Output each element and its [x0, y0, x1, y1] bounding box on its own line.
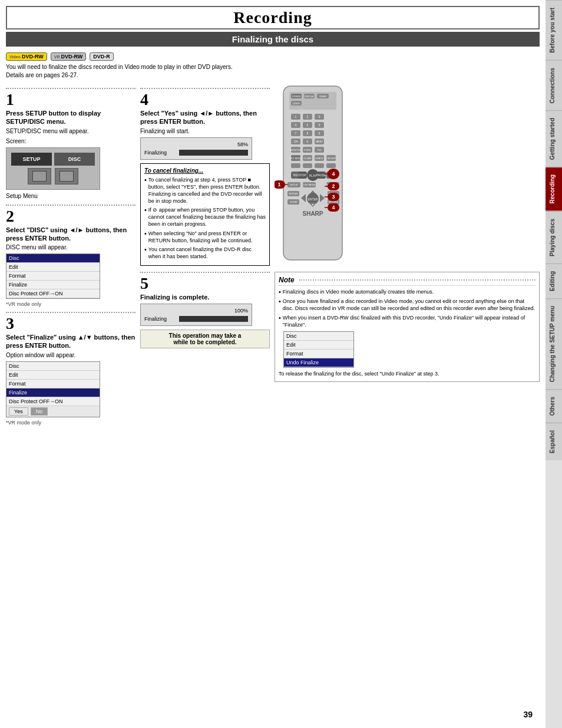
svg-text:CLEAR: CLEAR [303, 157, 311, 160]
step5-number: 5 [140, 275, 270, 292]
undo-text: To release the finalizing for the disc, … [279, 370, 535, 378]
svg-text:POWER: POWER [292, 95, 300, 98]
tab-getting-started[interactable]: Getting started [546, 110, 562, 167]
svg-text:1: 1 [295, 115, 297, 118]
step3-divider [6, 312, 135, 313]
step1-title: Press SETUP button to display SETUP/DISC… [6, 109, 135, 126]
svg-text:2: 2 [332, 183, 335, 189]
cancel-title: To cancel finalizing... [144, 167, 266, 174]
svg-text:PORS: PORS [304, 149, 311, 151]
note-box: Note • Finalizing discs in Video mode au… [275, 272, 540, 382]
cancel-bullet-2: • If ⊘ appear when pressing STOP button,… [144, 206, 266, 228]
svg-text:3: 3 [319, 115, 320, 118]
svg-text:CM SKIP: CM SKIP [326, 157, 336, 160]
step4-title: Select "Yes" using ◄/► buttons, then pre… [140, 109, 270, 126]
svg-text:4: 4 [295, 123, 297, 127]
step3-note: *VR mode only [6, 420, 135, 426]
svg-rect-49 [303, 163, 312, 168]
finalizing-label-5: Finalizing [144, 316, 177, 322]
svg-text:STOP: STOP [298, 173, 306, 177]
step5-title: Finalizing is complete. [140, 293, 270, 301]
step4-desc: Finalizing will start. [140, 127, 270, 135]
section-header: Finalizing the discs [6, 32, 540, 47]
svg-text:SETUP: SETUP [290, 183, 298, 186]
tab-changing-setup[interactable]: Changing the SETUP menu [546, 298, 562, 389]
badge-vr-dvdrw: VR DVD-RW [51, 52, 87, 61]
step3-menu: Disc Edit Format Finalize Disc Protect O… [6, 361, 100, 417]
svg-text:SPACE: SPACE [315, 157, 323, 160]
finalizing-label-4: Finalizing [144, 150, 177, 156]
step5-screen: 100% Finalizing [140, 304, 252, 326]
step4-screen: 58% Finalizing [140, 137, 252, 160]
badge-dvdrw: Video DVD-RW [6, 52, 47, 61]
svg-text:9: 9 [319, 131, 320, 135]
svg-text:▼: ▼ [312, 203, 315, 206]
svg-text:7: 7 [295, 131, 297, 135]
tab-playing-discs[interactable]: Playing discs [546, 211, 562, 263]
cancel-bullet-4: • You cannot cancel finalizing the DVD-R… [144, 246, 266, 260]
svg-text:8: 8 [307, 131, 309, 135]
svg-text:2: 2 [307, 115, 309, 118]
svg-text:DISPLAY: DISPLAY [305, 95, 315, 98]
step5-divider [140, 272, 270, 273]
svg-text:MNO: MNO [316, 140, 323, 143]
svg-text:CH: CH [293, 140, 298, 143]
page-number: 39 [523, 710, 533, 719]
setup-button-icon: SETUP [11, 153, 52, 166]
progress-bar-4 [179, 150, 248, 156]
note-bullet-2: • Once you have finalized a disc recorde… [279, 298, 535, 312]
svg-text:6: 6 [319, 123, 320, 127]
cancel-box: To cancel finalizing... • To cancel fina… [140, 163, 270, 266]
disc-button-icon: DISC [54, 153, 95, 166]
svg-text:MONITOR: MONITOR [290, 149, 302, 151]
tab-espanol[interactable]: Español [546, 423, 562, 460]
step1-screen: SETUP DISC [6, 147, 100, 190]
svg-text:1: 1 [277, 182, 280, 187]
step2-number: 2 [6, 208, 135, 225]
svg-text:0: 0 [307, 140, 309, 143]
note-title: Note [279, 276, 535, 286]
svg-rect-51 [326, 163, 336, 168]
step4-divider [140, 88, 270, 89]
undo-finalize-menu: Disc Edit Format Undo Finalize [283, 331, 354, 368]
step1-desc: SETUP/DISC menu will appear. [6, 127, 135, 135]
tab-before-you-start[interactable]: Before you start [546, 0, 562, 60]
step1-menu-label: Setup Menu [6, 192, 135, 200]
step3-number: 3 [6, 315, 135, 332]
remote-control: POWER DISPLAY TIMER OPEN 1 2 [275, 83, 351, 267]
svg-text:5: 5 [307, 123, 309, 127]
step1-number: 1 [6, 91, 135, 108]
svg-text:TOP MENU: TOP MENU [303, 183, 316, 186]
svg-rect-50 [315, 163, 324, 168]
tab-recording[interactable]: Recording [546, 167, 562, 210]
cancel-bullet-3: • When selecting "No" and press ENTER or… [144, 230, 266, 244]
step1-screen-label: Screen: [6, 137, 135, 145]
svg-text:REPEAT: REPEAT [289, 192, 298, 195]
title-text: Recording [233, 8, 312, 27]
step1-divider [6, 88, 135, 89]
svg-text:TUV: TUV [317, 149, 322, 151]
cancel-bullet-1: • To cancel finalizing at step 4, press … [144, 176, 266, 205]
svg-text:ZOOM: ZOOM [290, 200, 297, 203]
tab-editing[interactable]: Editing [546, 263, 562, 298]
remote-section: POWER DISPLAY TIMER OPEN 1 2 [275, 83, 540, 267]
svg-text:SHARP: SHARP [302, 210, 323, 217]
step2-menu: Disc Edit Format Finalize Disc Protect O… [6, 253, 100, 299]
note-bullet-3: • When you insert a DVD-RW disc finalize… [279, 314, 535, 329]
tab-others[interactable]: Others [546, 389, 562, 423]
badge-dvdr: DVD-R [90, 52, 114, 61]
svg-text:REC MODE: REC MODE [289, 157, 302, 160]
tab-connections[interactable]: Connections [546, 60, 562, 111]
step2-divider [6, 205, 135, 206]
step2-title: Select "DISC" using ◄/► buttons, then pr… [6, 226, 135, 243]
svg-text:4: 4 [332, 205, 335, 210]
svg-rect-48 [291, 163, 300, 168]
step3-title: Select "Finalize" using ▲/▼ buttons, the… [6, 333, 135, 350]
svg-text:OPEN: OPEN [293, 102, 299, 105]
svg-text:ENTER: ENTER [308, 197, 318, 201]
step2-note: *VR mode only [6, 301, 135, 307]
note-bullet-1: • Finalizing discs in Video mode automat… [279, 288, 535, 296]
svg-text:4: 4 [332, 171, 335, 177]
step4-number: 4 [140, 91, 270, 108]
progress-bar-5 [179, 316, 248, 322]
